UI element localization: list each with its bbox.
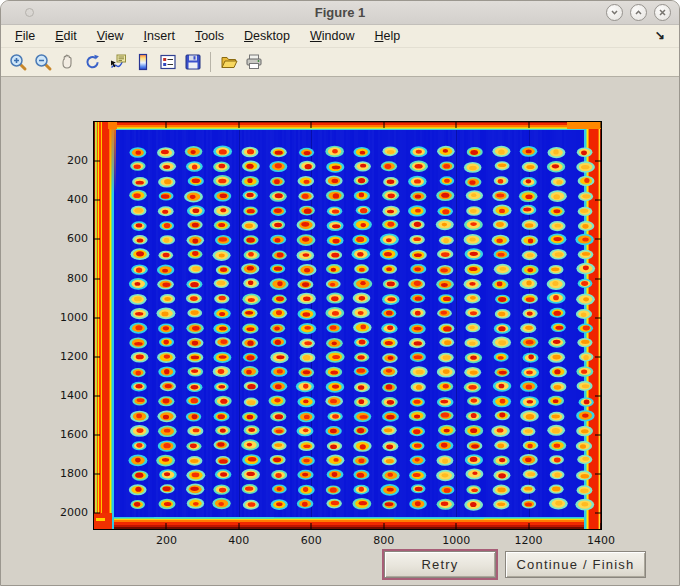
x-tick-label: 1000	[434, 534, 478, 548]
close-button[interactable]	[654, 4, 671, 21]
menu-view[interactable]: View	[87, 26, 134, 46]
colorbar-icon	[133, 52, 153, 72]
retry-button[interactable]: Retry	[384, 551, 496, 578]
figure-toolbar	[1, 48, 679, 77]
dock-arrow-icon[interactable]: ↘	[655, 28, 665, 42]
menu-insert[interactable]: Insert	[134, 26, 185, 46]
zoom-in-icon	[8, 52, 28, 72]
window-title: Figure 1	[1, 5, 679, 20]
printer-icon	[244, 52, 264, 72]
close-icon	[658, 8, 667, 17]
y-tick-label: 200	[40, 154, 88, 168]
x-tick-label: 400	[217, 534, 261, 548]
y-tick-label: 1400	[40, 389, 88, 403]
save-icon	[183, 52, 203, 72]
y-tick-label: 600	[40, 232, 88, 246]
print-figure-button[interactable]	[241, 50, 266, 74]
y-tick-label: 1200	[40, 350, 88, 364]
menu-window[interactable]: Window	[300, 26, 364, 46]
pan-hand-icon	[58, 52, 78, 72]
legend-icon	[158, 52, 178, 72]
figure-canvas-area: 2004006008001000120014002004006008001000…	[1, 77, 679, 586]
rotate-3d-icon	[83, 52, 103, 72]
menubar: File Edit View Insert Tools Desktop Wind…	[1, 25, 679, 48]
y-tick-label: 400	[40, 193, 88, 207]
open-file-button[interactable]	[216, 50, 241, 74]
rotate-3d-button[interactable]	[80, 50, 105, 74]
x-tick-label: 1200	[507, 534, 551, 548]
toolbar-separator	[210, 52, 211, 72]
x-tick-label: 200	[144, 534, 188, 548]
y-tick-label: 800	[40, 272, 88, 286]
y-tick-label: 1600	[40, 428, 88, 442]
figure-window: Figure 1 File Edit View Insert Tools Des…	[0, 0, 680, 586]
y-tick-label: 1000	[40, 311, 88, 325]
heatmap-image[interactable]	[94, 122, 601, 529]
data-cursor-button[interactable]	[105, 50, 130, 74]
menu-tools[interactable]: Tools	[185, 26, 234, 46]
y-tick-label: 1800	[40, 467, 88, 481]
menu-file[interactable]: File	[5, 26, 45, 46]
save-figure-button[interactable]	[180, 50, 205, 74]
window-controls	[606, 4, 671, 21]
titlebar[interactable]: Figure 1	[1, 1, 679, 25]
zoom-out-button[interactable]	[30, 50, 55, 74]
menu-help[interactable]: Help	[364, 26, 410, 46]
zoom-out-icon	[33, 52, 53, 72]
shade-button[interactable]	[606, 4, 623, 21]
chevron-down-icon	[610, 8, 619, 17]
y-tick-label: 2000	[40, 506, 88, 520]
pan-button[interactable]	[55, 50, 80, 74]
x-tick-label: 800	[362, 534, 406, 548]
open-folder-icon	[219, 52, 239, 72]
x-tick-label: 600	[289, 534, 333, 548]
unshade-button[interactable]	[630, 4, 647, 21]
data-cursor-icon	[108, 52, 128, 72]
menu-edit[interactable]: Edit	[45, 26, 87, 46]
chevron-up-icon	[634, 8, 643, 17]
insert-legend-button[interactable]	[155, 50, 180, 74]
axes	[93, 121, 602, 530]
insert-colorbar-button[interactable]	[130, 50, 155, 74]
x-tick-label: 1400	[579, 534, 623, 548]
continue-finish-button[interactable]: Continue / Finish	[505, 551, 646, 578]
zoom-in-button[interactable]	[5, 50, 30, 74]
menu-desktop[interactable]: Desktop	[234, 26, 300, 46]
